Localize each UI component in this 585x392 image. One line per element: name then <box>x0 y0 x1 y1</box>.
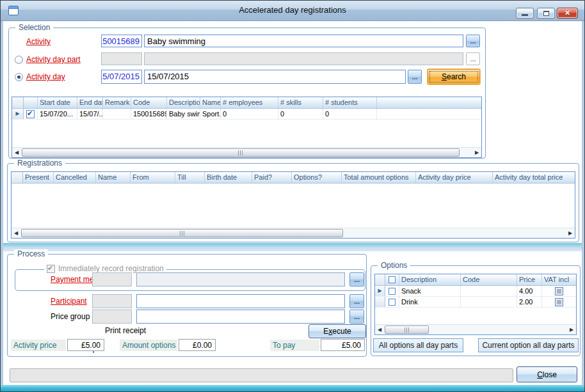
scroll-right-icon[interactable]: ▶ <box>566 228 575 238</box>
registrations-hscrollbar[interactable]: ◀ ▶ <box>12 228 575 238</box>
price-group-browse-button[interactable]: ... <box>349 310 364 324</box>
column-total-amount-options[interactable]: Total amount options <box>342 172 416 183</box>
activity-grid-hscrollbar[interactable]: ◀ ▶ <box>12 147 481 157</box>
cell-end-date[interactable]: 15/07/... <box>77 109 103 119</box>
payment-method-name-field[interactable] <box>136 272 345 286</box>
all-options-button[interactable]: All options all day parts <box>373 338 463 352</box>
vat-incl-checkbox[interactable] <box>555 298 563 306</box>
column-skills[interactable]: # skills <box>278 97 323 108</box>
column-description[interactable]: Description <box>167 97 200 108</box>
scrollbar-track[interactable] <box>384 325 567 334</box>
scroll-left-icon[interactable]: ◀ <box>12 228 20 238</box>
cell-opt-description[interactable]: Snack <box>399 286 461 296</box>
participant-name-field[interactable] <box>136 294 345 308</box>
cell-opt-price[interactable]: 4.00 <box>517 286 542 296</box>
cell-opt-code[interactable] <box>461 297 517 307</box>
scrollbar-thumb[interactable] <box>22 148 460 157</box>
payment-method-browse-button[interactable]: ... <box>349 272 364 286</box>
column-remark[interactable]: Remark <box>103 97 131 108</box>
options-row-snack[interactable]: ▶ Snack 4.00 <box>375 286 576 297</box>
column-end-date[interactable]: End date <box>77 97 103 108</box>
options-header-checkbox-cell[interactable] <box>385 274 399 285</box>
cell-students[interactable]: 0 <box>323 109 377 119</box>
cell-employees[interactable]: 0 <box>221 109 278 119</box>
cell-name[interactable]: Sport... <box>200 109 221 119</box>
cell-start-date[interactable]: 15/07/20... <box>38 109 77 119</box>
activity-day-radio[interactable] <box>15 73 23 81</box>
row-select-checkbox[interactable] <box>26 110 35 118</box>
cell-opt-vat[interactable] <box>542 286 576 296</box>
close-window-button[interactable]: ✕ <box>557 8 578 19</box>
cell-opt-code[interactable] <box>461 286 517 296</box>
column-name[interactable]: Name <box>200 97 221 108</box>
scroll-left-icon[interactable]: ◀ <box>375 325 384 334</box>
print-receipt-label[interactable]: Print receipt <box>105 326 146 335</box>
scroll-left-icon[interactable]: ◀ <box>12 148 21 157</box>
header-checkbox-cell[interactable] <box>24 97 38 108</box>
column-paid[interactable]: Paid? <box>252 172 292 183</box>
vat-incl-checkbox[interactable] <box>555 287 563 295</box>
maximize-button[interactable] <box>537 8 555 19</box>
activity-code-field[interactable]: 150015689 <box>101 35 142 47</box>
participant-label[interactable]: Participant <box>51 297 87 306</box>
activity-day-browse-button[interactable]: ... <box>408 70 422 84</box>
column-activity-day-price[interactable]: Activity day price <box>416 172 493 183</box>
option-select-checkbox[interactable] <box>389 288 396 295</box>
cell-opt-description[interactable]: Drink <box>399 297 461 307</box>
close-button[interactable]: Close <box>517 366 577 382</box>
options-select-all-checkbox[interactable] <box>389 276 396 283</box>
activity-grid-row[interactable]: ▶ 15/07/20... 15/07/... 150015689 Baby s… <box>12 109 481 120</box>
column-code[interactable]: Code <box>131 97 167 108</box>
activity-day-label[interactable]: Activity day <box>26 72 65 81</box>
column-reg-name[interactable]: Name <box>96 172 131 183</box>
column-employees[interactable]: # employees <box>221 97 278 108</box>
section-splitter[interactable] <box>3 243 582 251</box>
column-present[interactable]: Present <box>23 172 54 183</box>
scrollbar-track[interactable] <box>21 148 472 157</box>
price-group-code-field[interactable] <box>92 310 132 324</box>
scrollbar-thumb[interactable] <box>385 325 429 334</box>
column-start-date[interactable]: Start date <box>38 97 77 108</box>
option-select-cell[interactable] <box>385 297 399 307</box>
column-till[interactable]: Till <box>175 172 205 183</box>
participant-code-field[interactable] <box>92 294 132 308</box>
activity-name-field[interactable]: Baby swimming <box>144 35 463 47</box>
column-cancelled[interactable]: Cancelled <box>54 172 96 183</box>
activity-day-name-field[interactable]: 15/07/2015 <box>144 70 406 84</box>
cell-opt-vat[interactable] <box>542 297 576 307</box>
column-options[interactable]: Options? <box>292 172 342 183</box>
execute-button[interactable]: Execute <box>309 324 366 338</box>
activity-day-part-radio[interactable] <box>15 56 23 64</box>
column-from[interactable]: From <box>131 172 175 183</box>
minimize-button[interactable] <box>516 8 534 19</box>
search-button[interactable]: Search <box>428 69 480 84</box>
cell-description[interactable]: Baby swim... <box>167 109 200 119</box>
scrollbar-thumb[interactable] <box>21 229 343 237</box>
column-activity-day-total-price[interactable]: Activity day total price <box>493 172 575 183</box>
column-opt-description[interactable]: Description <box>399 274 461 285</box>
scroll-right-icon[interactable]: ▶ <box>472 148 481 157</box>
row-select-cell[interactable] <box>24 109 38 119</box>
activity-day-part-label[interactable]: Activity day part <box>26 55 81 64</box>
participant-browse-button[interactable]: ... <box>349 294 364 308</box>
price-group-name-field[interactable] <box>136 310 345 324</box>
options-row-drink[interactable]: Drink 2.00 <box>375 297 576 308</box>
title-bar[interactable]: Accelerated day registrations ✕ <box>1 1 584 21</box>
cell-opt-price[interactable]: 2.00 <box>517 297 542 307</box>
column-opt-price[interactable]: Price <box>517 274 542 285</box>
cell-code[interactable]: 150015689 <box>131 109 167 119</box>
scrollbar-track[interactable] <box>20 228 566 238</box>
options-hscrollbar[interactable]: ◀ ▶ <box>375 324 576 334</box>
activity-browse-button[interactable]: ... <box>466 35 480 47</box>
cell-skills[interactable]: 0 <box>278 109 323 119</box>
cell-remark[interactable] <box>103 109 131 119</box>
scroll-right-icon[interactable]: ▶ <box>567 325 576 334</box>
option-select-checkbox[interactable] <box>389 299 396 306</box>
column-opt-vat-incl[interactable]: VAT incl <box>542 274 576 285</box>
activity-day-code-field[interactable]: 15/07/2015 <box>101 70 142 84</box>
payment-method-code-field[interactable] <box>92 272 132 286</box>
column-birth-date[interactable]: Birth date <box>205 172 252 183</box>
column-students[interactable]: # students <box>323 97 377 108</box>
activity-label[interactable]: Activity <box>26 37 51 46</box>
option-select-cell[interactable] <box>385 286 399 296</box>
